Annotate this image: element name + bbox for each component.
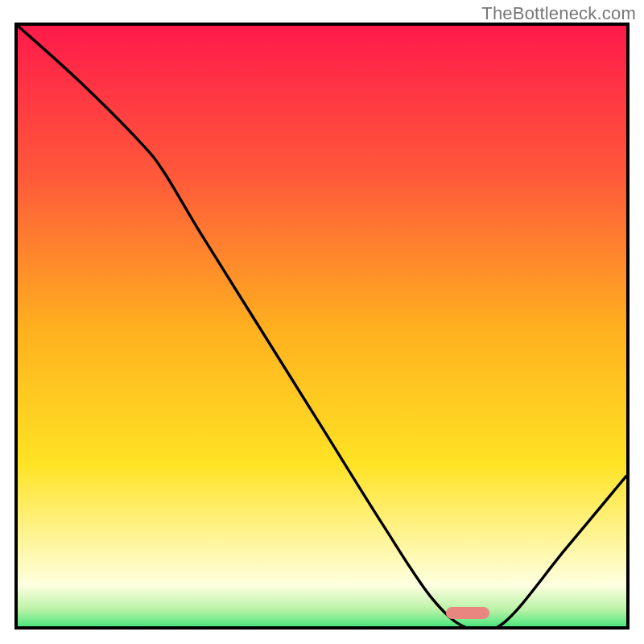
trough-marker [446,607,489,619]
plot-frame [14,23,630,630]
watermark-text: TheBottleneck.com [481,3,636,24]
bottleneck-curve [18,26,626,630]
chart-container: TheBottleneck.com [0,0,644,644]
